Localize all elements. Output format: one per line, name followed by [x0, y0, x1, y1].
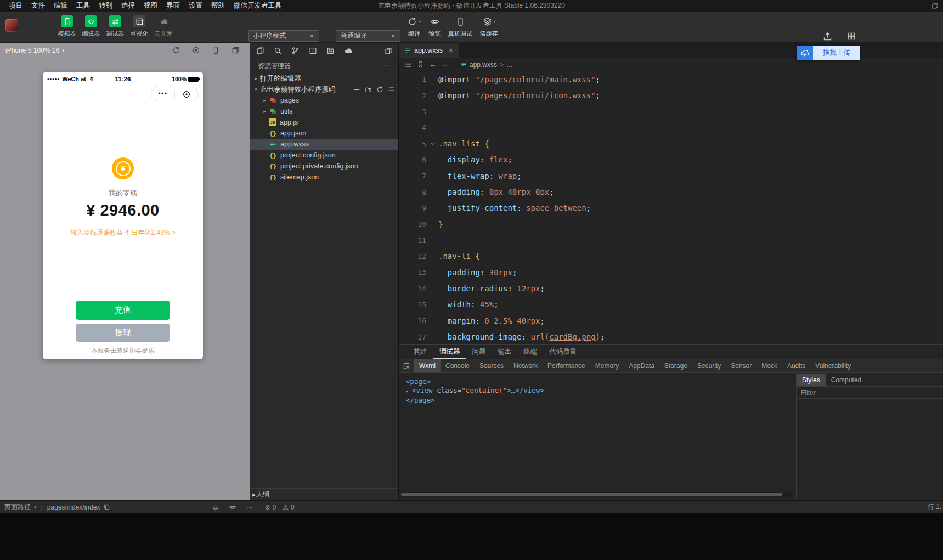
- upload-icon[interactable]: [823, 32, 832, 41]
- inspect-element-icon[interactable]: [399, 359, 414, 372]
- copy-icon[interactable]: [103, 504, 110, 511]
- tab-app-wxss[interactable]: app.wxss ×: [399, 43, 459, 58]
- file-app-wxss[interactable]: app.wxss: [250, 139, 398, 150]
- withdraw-button[interactable]: 提现: [76, 324, 170, 342]
- simulator-button[interactable]: 模拟器: [55, 15, 79, 38]
- menubar-item[interactable]: 界面: [162, 1, 184, 10]
- cloud-dev-button[interactable]: 云开发: [151, 15, 176, 38]
- file-pages[interactable]: ▸pages: [250, 95, 398, 106]
- more-icon[interactable]: ⋯: [246, 504, 252, 511]
- menubar-item[interactable]: 选择: [117, 1, 139, 10]
- panel-toggle-icon[interactable]: [385, 47, 392, 55]
- close-icon[interactable]: ×: [449, 46, 453, 54]
- devtools-tab-console[interactable]: Console: [441, 359, 475, 372]
- split-icon[interactable]: [309, 47, 317, 55]
- clear-cache-button[interactable]: ▾清缓存: [476, 15, 502, 38]
- recharge-button[interactable]: 充值: [76, 301, 170, 320]
- menubar-item[interactable]: 转到: [94, 1, 117, 10]
- expand-arrow-icon[interactable]: ▸: [406, 387, 412, 396]
- open-editors-section[interactable]: ▸ 打开的编辑器: [250, 73, 398, 84]
- file-project-config-json[interactable]: {}project.config.json: [250, 150, 398, 161]
- more-icon[interactable]: ⋯: [383, 62, 391, 70]
- cursor-position[interactable]: 行 1.: [928, 502, 941, 512]
- code-line[interactable]: 11: [399, 232, 943, 248]
- capsule-more-button[interactable]: •••: [151, 92, 174, 96]
- code-editor[interactable]: 1@import "/pages/colorui/main.wxss";2@im…: [399, 71, 943, 344]
- editor-button[interactable]: 编辑器: [79, 15, 103, 38]
- devtools-tab-wxml[interactable]: Wxml: [414, 359, 441, 372]
- preview-button[interactable]: 预览: [425, 15, 444, 38]
- branch-icon[interactable]: [291, 47, 300, 55]
- code-line[interactable]: 9 justify-content: space-between;: [399, 200, 943, 216]
- collapse-icon[interactable]: [388, 86, 395, 93]
- menubar-item[interactable]: 视图: [139, 1, 162, 10]
- breadcrumb-more[interactable]: …: [506, 61, 513, 69]
- compile-button[interactable]: ▾编译: [404, 15, 425, 38]
- mode-select[interactable]: 小程序模式 ▼: [248, 30, 319, 42]
- folderplus-icon[interactable]: [365, 86, 372, 93]
- layout-toggle-icon[interactable]: [931, 2, 939, 9]
- panel-tab[interactable]: 输出: [492, 345, 518, 359]
- code-line[interactable]: 12.nav-li {: [399, 248, 943, 264]
- file-app-json[interactable]: {}app.json: [250, 128, 398, 139]
- devtools-tab-performance[interactable]: Performance: [543, 359, 590, 372]
- panel-tab[interactable]: 问题: [466, 345, 492, 359]
- devtools-tab-sensor[interactable]: Sensor: [726, 359, 756, 372]
- devtools-tab-appdata[interactable]: AppData: [624, 359, 659, 372]
- code-line[interactable]: 16 margin: 0 2.5% 40rpx;: [399, 313, 943, 329]
- devtools-tab-mock[interactable]: Mock: [756, 359, 782, 372]
- file-app-js[interactable]: JSapp.js: [250, 117, 398, 128]
- panel-tab[interactable]: 代码质量: [544, 345, 583, 359]
- menubar-item[interactable]: 项目: [4, 1, 27, 10]
- devtools-tab-network[interactable]: Network: [509, 359, 543, 372]
- code-line[interactable]: 3: [399, 104, 943, 120]
- devtools-tab-storage[interactable]: Storage: [659, 359, 692, 372]
- promo-link[interactable]: 转入零钱通赚收益 七日年化2.43% >: [43, 228, 203, 237]
- avatar[interactable]: [5, 19, 18, 32]
- back-icon[interactable]: ←: [429, 60, 436, 69]
- panel-tab[interactable]: 终端: [518, 345, 544, 359]
- outline-list-icon[interactable]: [404, 61, 412, 69]
- cloud-icon[interactable]: [344, 47, 352, 55]
- save-icon[interactable]: [326, 47, 335, 55]
- forward-icon[interactable]: →: [441, 60, 448, 69]
- files-icon[interactable]: [256, 47, 264, 55]
- newfile-icon[interactable]: [353, 86, 360, 93]
- device-selector[interactable]: iPhone 5 100% 16 ▾: [5, 47, 65, 54]
- project-section[interactable]: ▾ 充电余额特效小程序源码: [250, 84, 398, 95]
- wxml-node[interactable]: <page>: [406, 377, 796, 386]
- menubar-item[interactable]: 文件: [27, 1, 49, 10]
- preview-eye-icon[interactable]: [229, 504, 236, 511]
- code-line[interactable]: 7 flex-wrap: wrap;: [399, 168, 943, 184]
- devtools-tab-memory[interactable]: Memory: [590, 359, 624, 372]
- file-utils[interactable]: ▸utils: [250, 106, 398, 117]
- devtools-tab-sources[interactable]: Sources: [475, 359, 509, 372]
- visualization-button[interactable]: 可视化: [127, 15, 151, 38]
- code-line[interactable]: 5.nav-list {: [399, 135, 943, 151]
- sidebar-tab-computed[interactable]: Computed: [826, 374, 867, 386]
- code-line[interactable]: 13 padding: 30rpx;: [399, 264, 943, 280]
- menubar-item[interactable]: 帮助: [207, 1, 229, 10]
- code-line[interactable]: 2@import "/pages/colorui/icon.wxss";: [399, 87, 943, 103]
- file-project-private-config-json[interactable]: {}project.private.config.json: [250, 161, 398, 172]
- compile-mode-select[interactable]: 普通编译 ▼: [336, 30, 400, 42]
- capsule-close-icon[interactable]: [175, 90, 198, 99]
- menubar-item[interactable]: 编辑: [49, 1, 72, 10]
- code-line[interactable]: 8 padding: 0px 40rpx 0px;: [399, 184, 943, 200]
- refresh-icon[interactable]: [376, 86, 383, 93]
- code-line[interactable]: 4: [399, 120, 943, 135]
- search-icon[interactable]: [274, 47, 282, 55]
- code-line[interactable]: 15 width: 45%;: [399, 297, 943, 313]
- panel-tab[interactable]: 调试器: [433, 345, 466, 359]
- menubar-item[interactable]: 微信开发者工具: [229, 1, 286, 10]
- code-line[interactable]: 17 background-image: url(cardBg.png);: [399, 329, 943, 345]
- panel-tab[interactable]: 构建: [408, 345, 433, 359]
- notification-bell-icon[interactable]: [212, 504, 219, 511]
- menubar-item[interactable]: 工具: [72, 1, 94, 10]
- menubar-item[interactable]: 设置: [184, 1, 207, 10]
- horizontal-scrollbar[interactable]: [400, 492, 793, 497]
- outline-section[interactable]: ▸ 大纲: [250, 488, 398, 500]
- code-line[interactable]: 10}: [399, 216, 943, 232]
- code-line[interactable]: 1@import "/pages/colorui/main.wxss";: [399, 71, 943, 87]
- wxml-node[interactable]: </page>: [406, 396, 796, 405]
